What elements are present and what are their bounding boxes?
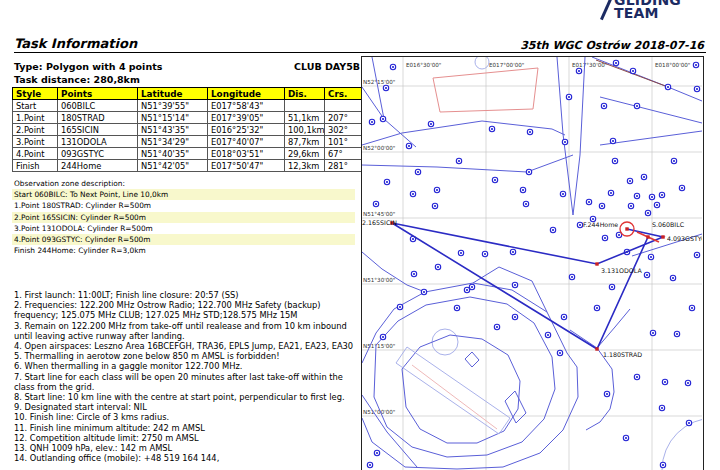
waypoint-dot-center <box>647 212 649 214</box>
waypoint-dot-center <box>412 193 414 195</box>
waypoint-dot-center <box>625 437 627 439</box>
task-point-marker <box>661 235 664 238</box>
waypoint-dot-center <box>562 193 564 195</box>
observation-lines: Start 060BILC: To Next Point, Line 10,0k… <box>12 189 355 256</box>
waypoint-dot-center <box>563 316 565 318</box>
table-cell: 093GSTYC <box>58 148 138 160</box>
task-point-marker <box>625 227 628 230</box>
waypoint-dot-center <box>615 62 617 64</box>
airspace-boundary <box>362 121 565 145</box>
waypoint-dot-center <box>460 252 462 254</box>
waypoint-dot-center <box>571 276 573 278</box>
table-cell: 165SICIN <box>58 124 138 136</box>
logo-text: GLIDING TEAM <box>614 0 681 21</box>
table-cell: 060BILC <box>58 100 138 112</box>
grid-label: E018°00'00" <box>655 62 691 68</box>
airspace-boundary <box>362 395 417 467</box>
waypoint-dot-center <box>672 277 674 279</box>
table-cell: 180STRAD <box>58 112 138 124</box>
note-item: 7. Start line for each class will be ope… <box>14 372 366 392</box>
column-header: Dis. <box>285 88 325 100</box>
table-cell: 131ODOLA <box>58 136 138 148</box>
waypoint-dot-center <box>630 205 632 207</box>
waypoint-dot-center <box>691 307 693 309</box>
waypoint-dot-center <box>491 128 493 130</box>
task-point-label: 1.180STRAD <box>603 351 642 358</box>
table-cell: Start <box>13 100 58 112</box>
waypoint-dot-center <box>371 121 373 123</box>
table-cell: 302° <box>325 124 363 136</box>
note-item: 8. Start line: 10 km line with the centr… <box>14 392 366 402</box>
note-item: 1. First launch: 11:00LT; Finish line cl… <box>14 290 366 300</box>
task-point-label: 2.165SICIN <box>362 219 397 226</box>
waypoint-dot-center <box>529 131 531 133</box>
waypoint-dot-center <box>547 334 549 336</box>
waypoint-dot-center <box>676 333 678 335</box>
waypoint-dot-center <box>632 70 634 72</box>
table-cell: 4.Point <box>13 148 58 160</box>
note-item: 12. Competition altitude limit: 2750 m A… <box>14 433 366 443</box>
grid-label: N52°00'00" <box>363 145 396 151</box>
airspace-circle <box>475 57 489 69</box>
table-row: Start060BILCN51°39'55"E017°58'43" <box>13 100 363 112</box>
waypoint-dot-center <box>662 464 664 466</box>
waypoint-dot-center <box>664 381 666 383</box>
logo-line2: TEAM <box>614 7 681 20</box>
airspace-boundary <box>372 57 416 147</box>
airspace-boundary <box>505 391 526 423</box>
waypoint-dot-center <box>375 203 377 205</box>
competition-header: 35th WGC Ostrów 2018-07-16 <box>520 39 704 52</box>
task-table: StylePointsLatitudeLongitudeDis.Crs.Star… <box>12 87 363 172</box>
task-point-marker <box>595 262 598 265</box>
waypoint-dot-center <box>610 192 612 194</box>
waypoint-dot-center <box>399 306 401 308</box>
note-item: 6. When thermalling in a gaggle monitor … <box>14 361 366 371</box>
note-item: 3. Remain on 122.200 MHz from take-off u… <box>14 321 366 341</box>
waypoint-dot-center <box>646 274 648 276</box>
task-type: Type: Polygon with 4 points <box>14 61 162 72</box>
airspace-boundary <box>465 352 479 367</box>
observation-line: 4.Point 093GSTYC: Cylinder R=500m <box>12 234 355 245</box>
waypoint-dot-center <box>382 118 384 120</box>
column-header: Longitude <box>208 88 285 100</box>
waypoint-dot-center <box>376 452 378 454</box>
waypoint-dot-center <box>592 218 594 220</box>
waypoint-dot-center <box>466 289 468 291</box>
waypoint-dot-center <box>661 407 663 409</box>
task-distance: Task distance: 280,8km <box>14 74 140 85</box>
waypoint-dot-center <box>629 180 631 182</box>
waypoint-dot-center <box>484 253 486 255</box>
waypoint-dot-center <box>456 307 458 309</box>
waypoint-dot-center <box>588 201 590 203</box>
waypoint-dot-center <box>650 256 652 258</box>
waypoint-dot-center <box>688 422 690 424</box>
waypoint-dot-center <box>636 195 638 197</box>
table-cell: 12,3km <box>285 160 325 172</box>
table-row: 1.Point180STRADN51°15'14"E017°39'05"51,1… <box>13 112 363 124</box>
table-cell: 244Home <box>58 160 138 172</box>
waypoint-dot-center <box>643 176 645 178</box>
waypoint-dot-center <box>514 284 516 286</box>
waypoint-dot-center <box>564 141 566 143</box>
task-path <box>392 223 663 349</box>
table-cell: 101° <box>325 136 363 148</box>
waypoint-dot-center <box>673 160 675 162</box>
waypoint-dot-center <box>494 179 496 181</box>
task-point-label: F.244Home <box>583 221 618 228</box>
waypoint-dot-center <box>458 160 460 162</box>
note-item: 5. Thermalling in aerotow zone below 850… <box>14 351 366 361</box>
airspace-boundary <box>374 297 555 457</box>
gliding-team-logo: GLIDING TEAM <box>606 0 681 21</box>
task-map-svg: E016°30'00"E017°00'00"E017°30'00"E018°00… <box>362 57 702 470</box>
observation-line: 1.Point 180STRAD: Cylinder R=500m <box>12 200 355 211</box>
grid-label: E017°00'00" <box>489 62 525 68</box>
observation-line: 3.Point 131ODOLA: Cylinder R=500m <box>12 223 355 234</box>
waypoint-dot-center <box>471 286 473 288</box>
airspace-boundary <box>396 347 510 434</box>
grid-label: N51°30'00" <box>363 277 396 283</box>
waypoint-dot-center <box>618 234 620 236</box>
table-cell: Finish <box>13 160 58 172</box>
column-header: Crs. <box>325 88 363 100</box>
task-type-row: Type: Polygon with 4 points CLUB DAY5B <box>14 61 360 72</box>
table-cell: E017°39'05" <box>208 112 285 124</box>
